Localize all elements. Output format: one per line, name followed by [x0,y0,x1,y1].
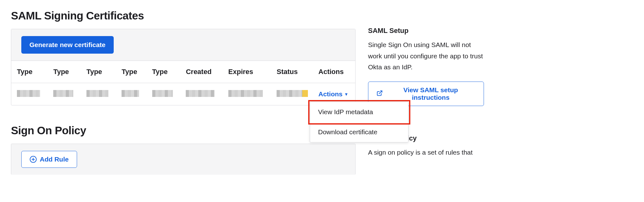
saml-setup-heading: SAML Setup [368,27,484,35]
chevron-down-icon: ▾ [345,92,347,97]
redacted-cell [17,90,40,97]
saml-setup-sidebar: SAML Setup Single Sign On using SAML wil… [368,27,484,106]
table-header: Expires [223,61,271,83]
table-header: Type [116,61,146,83]
redacted-status-cell [277,90,305,97]
table-header: Type [81,61,116,83]
table-header: Status [271,61,313,83]
view-idp-metadata-item[interactable]: View IdP metadata [310,102,408,122]
saml-certs-heading: SAML Signing Certificates [11,9,356,22]
actions-dropdown-trigger[interactable]: Actions ▾ View IdP metadata Download cer… [319,90,347,98]
external-link-icon [377,90,383,98]
sign-on-policy-sidebar-text: A sign on policy is a set of rules that [368,147,484,158]
sign-on-policy-panel: Add Rule [11,144,356,175]
actions-label: Actions [319,90,343,98]
redacted-cell [152,90,173,97]
saml-setup-text: Single Sign On using SAML will not work … [368,39,484,73]
panel-toolbar: Add Rule [11,144,355,175]
view-saml-instructions-label: View SAML setup instructions [386,86,475,101]
actions-dropdown: View IdP metadata Download certificate [310,102,408,142]
sign-on-policy-heading: Sign On Policy [11,124,356,137]
add-rule-label: Add Rule [40,156,69,163]
redacted-cell [86,90,108,97]
table-header: Type [147,61,180,83]
svg-line-0 [379,91,382,93]
table-row: Actions ▾ View IdP metadata Download cer… [11,83,355,105]
redacted-cell [53,90,73,97]
generate-certificate-button[interactable]: Generate new certificate [21,36,114,54]
redacted-cell [122,90,139,97]
table-header: Type [11,61,48,83]
redacted-cell [186,90,215,97]
saml-certs-panel: Generate new certificate Type Type Type … [11,29,356,105]
plus-circle-icon [30,156,37,163]
certificates-table: Type Type Type Type Type Created Expires… [11,61,355,105]
redacted-cell [228,90,263,97]
download-certificate-item[interactable]: Download certificate [310,122,408,142]
add-rule-button[interactable]: Add Rule [21,151,77,168]
table-header: Actions [313,61,355,83]
panel-toolbar: Generate new certificate [11,29,355,61]
table-header: Type [48,61,81,83]
table-header: Created [180,61,222,83]
